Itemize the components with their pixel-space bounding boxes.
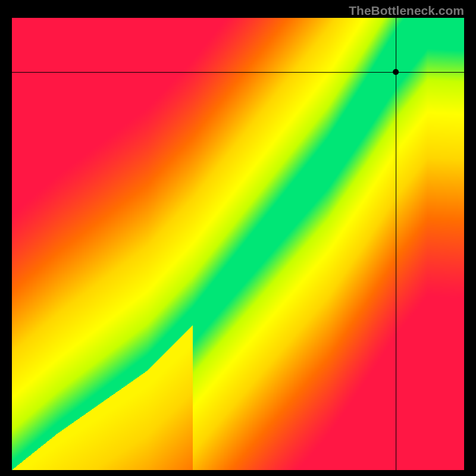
bottleneck-heatmap <box>12 18 464 470</box>
watermark-text: TheBottleneck.com <box>349 4 464 18</box>
